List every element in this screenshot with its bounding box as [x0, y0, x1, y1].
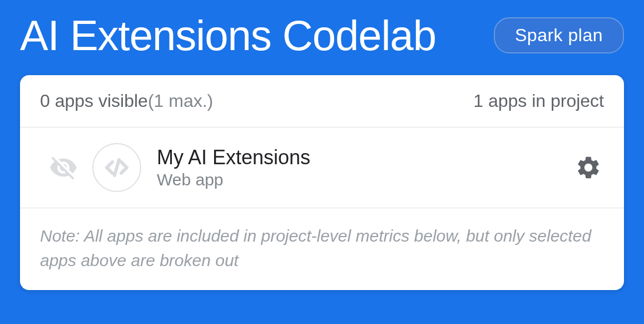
- plan-badge-button[interactable]: Spark plan: [494, 17, 624, 53]
- apps-visible-max: (1 max.): [148, 91, 213, 111]
- page-header: AI Extensions Codelab Spark plan: [0, 0, 644, 75]
- app-type: Web app: [157, 170, 573, 189]
- metrics-note: Note: All apps are included in project-l…: [20, 208, 624, 290]
- apps-visible-count: 0 apps visible: [40, 91, 148, 111]
- svg-line-0: [115, 160, 119, 175]
- gear-icon[interactable]: [573, 152, 604, 183]
- app-name: My AI Extensions: [157, 146, 573, 169]
- card-header: 0 apps visible(1 max.) 1 apps in project: [20, 75, 624, 127]
- visibility-off-icon[interactable]: [48, 152, 79, 183]
- apps-card: 0 apps visible(1 max.) 1 apps in project…: [20, 75, 624, 290]
- project-title: AI Extensions Codelab: [20, 11, 436, 60]
- app-row: My AI Extensions Web app: [20, 127, 624, 208]
- apps-visible-label: 0 apps visible(1 max.): [40, 91, 213, 111]
- app-info: My AI Extensions Web app: [157, 146, 573, 189]
- apps-in-project-label: 1 apps in project: [473, 91, 604, 111]
- web-platform-icon: [92, 143, 141, 192]
